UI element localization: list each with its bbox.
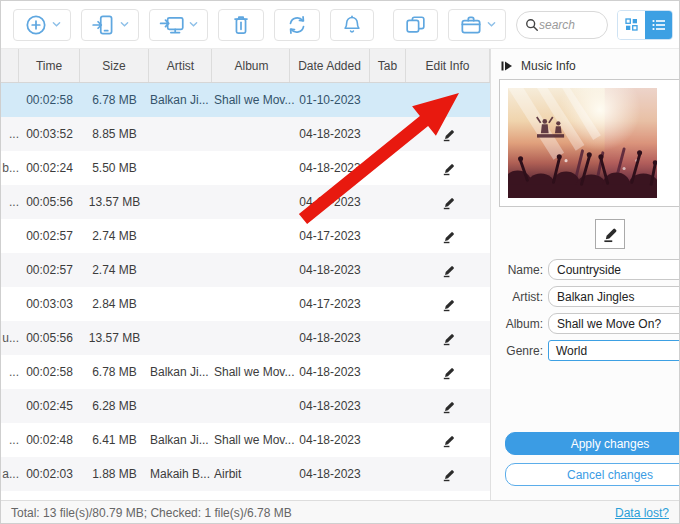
edit-pencil-icon bbox=[441, 229, 456, 244]
name-field-row: Name: bbox=[499, 259, 680, 280]
date-added-cell: 04-17-2023 bbox=[290, 297, 370, 311]
edit-info-button[interactable] bbox=[406, 433, 490, 448]
album-field-row: Album: bbox=[499, 313, 680, 334]
delete-button[interactable] bbox=[218, 9, 264, 41]
list-view-icon bbox=[652, 19, 666, 31]
bell-icon bbox=[340, 13, 364, 37]
table-header: Time Size Artist Album Date Added Tab Ed… bbox=[1, 49, 490, 83]
edit-pencil-icon bbox=[441, 297, 456, 312]
time-cell: 00:05:56 bbox=[19, 195, 80, 209]
album-art-frame bbox=[499, 79, 680, 207]
table-row[interactable]: 00:02:58 6.78 MB Balkan Ji... Shall we M… bbox=[1, 83, 490, 117]
edit-info-button[interactable] bbox=[406, 195, 490, 210]
edit-info-button[interactable] bbox=[406, 161, 490, 176]
apply-changes-button[interactable]: Apply changes bbox=[505, 432, 680, 455]
chevron-down-icon bbox=[52, 21, 61, 28]
notifications-button[interactable] bbox=[330, 9, 374, 41]
size-cell: 6.78 MB bbox=[80, 93, 149, 107]
collapse-panel-icon[interactable] bbox=[501, 60, 513, 72]
date-added-cell: 04-17-2023 bbox=[290, 229, 370, 243]
status-bar: Total: 13 file(s)/80.79 MB; Checked: 1 f… bbox=[1, 500, 679, 524]
album-cell: Shall we Mov... bbox=[212, 365, 290, 379]
genre-dropdown[interactable]: World bbox=[548, 340, 680, 361]
table-row[interactable]: 00:02:45 6.28 MB 04-18-2023 bbox=[1, 389, 490, 423]
truncated-name-cell: u... bbox=[1, 331, 19, 345]
export-to-pc-button[interactable] bbox=[149, 9, 208, 41]
toolkit-button[interactable] bbox=[448, 9, 506, 41]
size-cell: 6.41 MB bbox=[80, 433, 149, 447]
table-row[interactable]: ... 00:02:58 6.78 MB Balkan Ji... Shall … bbox=[1, 355, 490, 389]
edit-info-button[interactable] bbox=[406, 297, 490, 312]
table-row[interactable]: u... 00:05:56 13.57 MB 04-18-2023 bbox=[1, 321, 490, 355]
toolbar bbox=[1, 1, 679, 49]
table-row[interactable]: a... 00:02:03 1.88 MB Makaih B... Airbit… bbox=[1, 457, 490, 491]
col-header-time[interactable]: Time bbox=[19, 49, 80, 82]
edit-info-button[interactable] bbox=[406, 229, 490, 244]
table-row[interactable]: ... 00:05:56 13.57 MB 04-18-2023 bbox=[1, 185, 490, 219]
edit-info-button[interactable] bbox=[406, 127, 490, 142]
table-row[interactable]: 00:02:57 2.74 MB 04-18-2023 bbox=[1, 253, 490, 287]
size-cell: 5.50 MB bbox=[80, 161, 149, 175]
time-cell: 00:03:52 bbox=[19, 127, 80, 141]
table-row[interactable]: ... 00:03:52 8.85 MB 04-18-2023 bbox=[1, 117, 490, 151]
album-cell: Shall we Mov... bbox=[212, 93, 290, 107]
date-added-cell: 04-18-2023 bbox=[290, 263, 370, 277]
edit-pencil-icon bbox=[441, 127, 456, 142]
grid-view-icon bbox=[625, 18, 638, 31]
table-row[interactable]: 00:03:04 2.85 MB 04-18-2023 bbox=[1, 491, 490, 500]
name-input[interactable] bbox=[548, 259, 680, 280]
briefcase-icon bbox=[458, 12, 484, 38]
refresh-button[interactable] bbox=[274, 9, 320, 41]
edit-info-button[interactable] bbox=[406, 467, 490, 482]
table-row[interactable]: 00:03:03 2.84 MB 04-17-2023 bbox=[1, 287, 490, 321]
add-button[interactable] bbox=[13, 9, 71, 41]
date-added-cell: 04-18-2023 bbox=[290, 399, 370, 413]
time-cell: 00:02:57 bbox=[19, 263, 80, 277]
col-header-edit-info[interactable]: Edit Info bbox=[406, 49, 490, 82]
edit-info-button[interactable] bbox=[406, 365, 490, 380]
col-header-size[interactable]: Size bbox=[80, 49, 149, 82]
truncated-name-cell: ... bbox=[1, 365, 19, 379]
cancel-changes-button[interactable]: Cancel changes bbox=[505, 463, 680, 486]
list-view-button[interactable] bbox=[645, 11, 672, 39]
truncated-name-cell: a... bbox=[1, 467, 19, 481]
col-header-album[interactable]: Album bbox=[212, 49, 290, 82]
size-cell: 2.84 MB bbox=[80, 297, 149, 311]
col-header-artist[interactable]: Artist bbox=[149, 49, 212, 82]
concert-crowd-photo bbox=[508, 88, 657, 198]
edit-info-button[interactable] bbox=[406, 93, 490, 108]
table-row[interactable]: ... 00:02:48 6.41 MB Balkan Ji... Shall … bbox=[1, 423, 490, 457]
truncated-name-cell: ... bbox=[1, 127, 19, 141]
col-header-name[interactable] bbox=[1, 49, 19, 82]
artist-input[interactable] bbox=[548, 286, 680, 307]
search-input[interactable] bbox=[539, 18, 597, 32]
copy-button[interactable] bbox=[393, 9, 438, 41]
table-row[interactable]: b... 00:02:24 5.50 MB 04-18-2023 bbox=[1, 151, 490, 185]
time-cell: 00:02:24 bbox=[19, 161, 80, 175]
table-row[interactable]: 00:02:57 2.74 MB 04-17-2023 bbox=[1, 219, 490, 253]
col-header-tab[interactable]: Tab bbox=[370, 49, 406, 82]
search-box[interactable] bbox=[516, 11, 608, 39]
album-input[interactable] bbox=[548, 313, 680, 334]
edit-info-button[interactable] bbox=[406, 263, 490, 278]
date-added-cell: 04-18-2023 bbox=[290, 127, 370, 141]
table-body: 00:02:58 6.78 MB Balkan Ji... Shall we M… bbox=[1, 83, 490, 500]
size-cell: 1.88 MB bbox=[80, 467, 149, 481]
time-cell: 00:05:56 bbox=[19, 331, 80, 345]
edit-artwork-button[interactable] bbox=[595, 219, 625, 249]
plus-circle-icon bbox=[23, 12, 49, 38]
artist-cell: Balkan Ji... bbox=[149, 433, 212, 447]
genre-field-row: Genre: World bbox=[499, 340, 680, 361]
album-label: Album: bbox=[499, 317, 543, 331]
size-cell: 2.74 MB bbox=[80, 229, 149, 243]
edit-info-button[interactable] bbox=[406, 399, 490, 414]
edit-info-button[interactable] bbox=[406, 331, 490, 346]
import-to-device-button[interactable] bbox=[81, 9, 139, 41]
grid-view-button[interactable] bbox=[618, 11, 645, 39]
col-header-date-added[interactable]: Date Added bbox=[290, 49, 370, 82]
edit-pencil-icon bbox=[441, 263, 456, 278]
truncated-name-cell: ... bbox=[1, 195, 19, 209]
data-lost-link[interactable]: Data lost? bbox=[615, 506, 669, 520]
size-cell: 6.78 MB bbox=[80, 365, 149, 379]
date-added-cell: 04-18-2023 bbox=[290, 433, 370, 447]
